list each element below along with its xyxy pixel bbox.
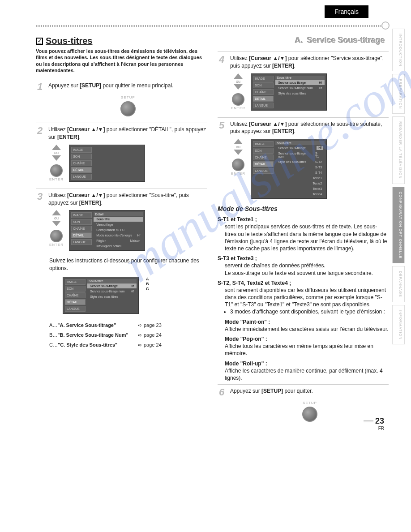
osd-row: Service sous-titrage numHf xyxy=(275,86,325,90)
step-number: 6 xyxy=(218,387,226,397)
osd-tab-selected: DÉTAIL xyxy=(65,299,86,305)
mode-body: Affiche immédiatement les caractères sai… xyxy=(225,326,389,333)
section-title: ✓ Sous-titres xyxy=(36,36,207,46)
arrow-down-icon xyxy=(52,155,61,161)
step-4: 4 Utilisez [Curseur ▲/▼] pour sélectionn… xyxy=(218,51,389,70)
page-number-bars-icon xyxy=(364,420,373,423)
osd-tab-selected: DÉTAIL xyxy=(253,161,274,167)
arrow-down-icon xyxy=(52,221,61,226)
button-label: SETUP xyxy=(121,95,135,99)
osd-tab: SON xyxy=(65,286,86,292)
tab-information: INFORMATION xyxy=(392,305,405,344)
osd-header: Sous-titre xyxy=(87,279,137,283)
osd-row: Texte2 xyxy=(275,181,325,186)
subsection-title-text: Service Sous-titrage xyxy=(307,36,385,45)
step-4-graphic: ou ENTER IMAGE SON CHAÎNE DÉTAIL LANGUE xyxy=(231,73,389,111)
osd-tab: LANGUE xyxy=(253,103,274,108)
section-title-text: Sous-titres xyxy=(46,36,92,46)
step-number: 5 xyxy=(218,120,226,136)
arrow-up-icon xyxy=(234,139,243,144)
osd-header: Sous-titre xyxy=(275,141,325,145)
subsection-letter: A. xyxy=(293,36,303,45)
page-ref: page 24 xyxy=(138,340,162,350)
osd-header: Détail xyxy=(94,212,143,216)
step-number: 2 xyxy=(36,126,44,141)
legend-row: C…"C. Style des Sous-titres" page 24 xyxy=(49,340,207,350)
tab-introduction: INTRODUCTION xyxy=(392,29,405,71)
step-number: 3 xyxy=(36,192,44,207)
mode-paint-on: Mode "Paint-on" : Affiche immédiatement … xyxy=(218,318,389,333)
osd-row: Style des sous-titres xyxy=(275,91,325,96)
osd-tab-selected: DÉTAIL xyxy=(71,167,92,173)
step-5-graphic: ou ENTER IMAGE SON CHAÎNE DÉTAIL LANGUE xyxy=(231,139,389,199)
arrow-up-icon xyxy=(52,145,61,150)
osd-row: Service sous-titrage numHf xyxy=(87,289,137,294)
step-3: 3 Utilisez [Curseur ▲/▼] pour sélectionn… xyxy=(36,189,207,207)
setup-button-icon xyxy=(302,407,317,422)
step-number: 1 xyxy=(36,82,44,92)
mode-body: Affiche tous les caractères en même temp… xyxy=(225,343,389,357)
mode-body: sont les principaux services de sous-tit… xyxy=(225,223,389,252)
step-3-graphic: ou ENTER IMAGE SON CHAÎNE DÉTAIL LANGUE xyxy=(49,210,207,251)
step-6: 6 Appuyez sur [SETUP] pour quitter. xyxy=(218,384,389,397)
osd-row: S-T4 xyxy=(275,170,325,175)
page-number: 23 FR xyxy=(364,416,384,431)
mode-label: S-T2, S-T4, Texte2 et Texte4 ; xyxy=(218,279,389,287)
callout-c: C xyxy=(146,287,149,292)
cursor-arrows: ou ENTER xyxy=(49,210,64,248)
page-lang: FR xyxy=(364,426,384,431)
arrow-up-icon xyxy=(234,73,243,79)
follow-instructions: Suivez les instructions ci-dessous pour … xyxy=(49,257,207,272)
osd-row: Texte3 xyxy=(275,186,325,191)
legend-row: A…"A. Service Sous-titrage" page 23 xyxy=(49,320,207,330)
osd-tab: LANGUE xyxy=(65,306,86,312)
arrow-down-icon xyxy=(234,84,243,90)
check-icon: ✓ xyxy=(36,38,43,45)
osd-row: Texte1 xyxy=(275,176,325,180)
osd-tab: LANGUE xyxy=(253,168,274,174)
osd-tab: CHAÎNE xyxy=(65,292,86,298)
mode-st3: S-T3 et Texte3 ; servent de chaînes de d… xyxy=(218,255,389,277)
mode-label: S-T3 et Texte3 ; xyxy=(218,255,389,262)
enter-button-icon xyxy=(50,230,63,242)
mode-heading: Mode de Sous-titres xyxy=(218,205,389,212)
button-label: ENTER xyxy=(231,106,245,110)
enter-button-icon xyxy=(232,93,244,106)
step-text: Utilisez [Curseur ▲/▼] pour sélectionner… xyxy=(230,120,389,136)
callout-a: A xyxy=(146,277,149,282)
osd-tab: SON xyxy=(253,148,274,154)
ou-label: ou xyxy=(236,145,240,149)
mode-body: servent de chaînes de données préférées. xyxy=(225,262,389,269)
osd-tab: CHAÎNE xyxy=(71,226,92,232)
mode-st1: S-T1 et Texte1 ; sont les principaux ser… xyxy=(218,216,389,252)
mode-label: S-T1 et Texte1 ; xyxy=(218,216,389,223)
page-number-value: 23 xyxy=(375,416,384,425)
abc-callouts: A B C xyxy=(146,277,149,291)
osd-row: Service sous-titrageHf xyxy=(275,146,325,150)
legend-row: B…"B. Service Sous-titrage Num" page 24 xyxy=(49,330,207,340)
osd-subtitle-menu: IMAGE SON CHAÎNE DÉTAIL LANGUE Sous-titr… xyxy=(63,277,139,314)
osd-row: Info logiciel actuel xyxy=(94,244,143,249)
enter-button-icon xyxy=(232,159,244,171)
osd-tab: LANGUE xyxy=(71,239,92,245)
osd-tab: SON xyxy=(71,154,92,159)
step-text: Utilisez [Curseur ▲/▼] pour sélectionner… xyxy=(230,55,389,70)
ou-label: ou xyxy=(54,150,59,155)
osd-tab: CHAÎNE xyxy=(253,154,274,160)
osd-tab: SON xyxy=(253,82,274,88)
osd-tab: CHAÎNE xyxy=(253,89,274,95)
abc-osd-graphic: IMAGE SON CHAÎNE DÉTAIL LANGUE Sous-titr… xyxy=(63,277,207,314)
mode-label: Mode "Paint-on" : xyxy=(225,318,389,326)
section-tabs: INTRODUCTION PRÉPARATION REGARDER LA TÉL… xyxy=(392,29,405,344)
osd-row: Mode économie d'énergieHf xyxy=(94,233,143,238)
mode-st2-st4: S-T2, S-T4, Texte2 et Texte4 ; sont rare… xyxy=(218,279,389,316)
section-intro: Vous pouvez afficher les sous-titres des… xyxy=(36,48,207,73)
mode-label: Mode "Roll-up" : xyxy=(225,360,389,367)
tab-optional-config: CONFIGURATION OPTIONNELLE xyxy=(392,187,405,264)
page-ref: page 24 xyxy=(138,330,162,340)
osd-row: Sous-titre xyxy=(94,217,143,222)
osd-tab: IMAGE xyxy=(253,141,274,147)
osd-tab-selected: DÉTAIL xyxy=(71,232,92,238)
osd-row: S-T3 xyxy=(275,165,325,170)
osd-row: Configuration du PC xyxy=(94,227,143,232)
